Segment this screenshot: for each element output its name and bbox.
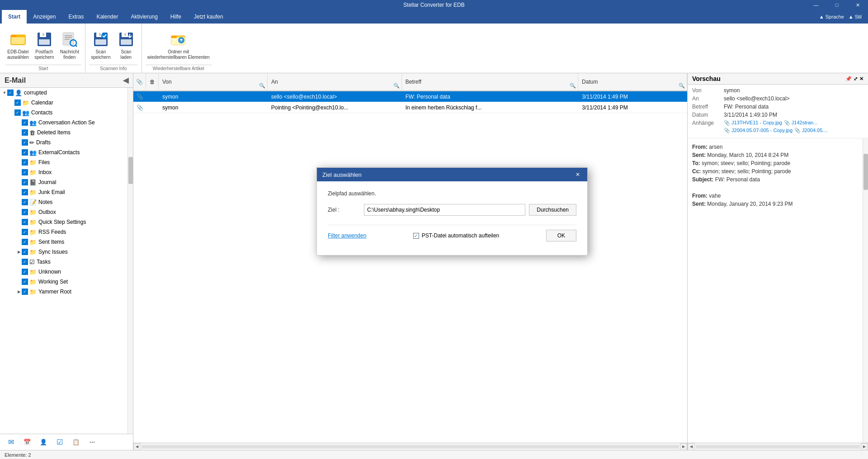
menu-tab-anzeigen[interactable]: Anzeigen — [27, 10, 62, 24]
tree-scrollbar[interactable] — [127, 88, 133, 434]
maximize-btn[interactable]: □ — [826, 0, 847, 10]
attach-3[interactable]: 📎 J2004.05.07-005 - Copy.jpg — [724, 128, 793, 133]
tree-item-files[interactable]: 📁 Files — [0, 157, 127, 167]
an-search-icon[interactable]: 🔍 — [393, 83, 400, 89]
menu-tab-kalender[interactable]: Kalender — [90, 10, 124, 24]
close-btn[interactable]: ✕ — [847, 0, 868, 10]
tasks-nav-icon[interactable]: ☑ — [52, 435, 67, 450]
calendar-nav-icon[interactable]: 📅 — [20, 435, 34, 450]
checkbox-outbox[interactable] — [22, 209, 28, 215]
dialog-target-input[interactable] — [364, 204, 525, 216]
checkbox-files[interactable] — [22, 159, 28, 166]
checkbox-inbox[interactable] — [22, 169, 28, 175]
menu-tab-start[interactable]: Start — [2, 10, 27, 24]
dialog-pst-checkbox[interactable]: ✓ — [413, 233, 419, 239]
ribbon-recover-folder[interactable]: Ordner mitwiederherstellbaren Elementen — [146, 28, 212, 62]
tree-item-outbox[interactable]: 📁 Outbox — [0, 207, 127, 217]
preview-scrollbar[interactable] — [863, 138, 868, 443]
checkbox-conversation[interactable] — [22, 119, 28, 126]
checkbox-deleted[interactable] — [22, 129, 28, 136]
preview-expand-icon[interactable]: ⤢ — [854, 76, 858, 82]
checkbox-rss[interactable] — [22, 229, 28, 235]
tree-item-yammer[interactable]: ▶ 📁 Yammer Root — [0, 287, 127, 297]
sidebar-collapse-btn[interactable]: ◀ — [123, 76, 128, 85]
filter-link[interactable]: Filter anwenden — [328, 232, 366, 239]
menu-tab-hilfe[interactable]: Hilfe — [164, 10, 188, 24]
checkbox-notes[interactable] — [22, 199, 28, 205]
preview-close-icon[interactable]: ✕ — [859, 76, 863, 82]
ribbon-postfach[interactable]: Postfachspeichern — [33, 28, 56, 62]
contacts-nav-icon[interactable]: 👤 — [36, 435, 51, 450]
col-datum-header[interactable]: Datum 🔍 — [578, 73, 687, 90]
attach-2[interactable]: 📎 J142stran... — [784, 120, 818, 126]
tree-item-sent[interactable]: 📁 Sent Items — [0, 237, 127, 247]
tree-item-junk[interactable]: 📁 Junk Email — [0, 187, 127, 197]
attach-4[interactable]: 📎 J2004.05.... — [794, 128, 828, 133]
checkbox-sync[interactable] — [22, 249, 28, 255]
checkbox-unknown[interactable] — [22, 269, 28, 275]
dialog-close-btn[interactable]: ✕ — [574, 170, 582, 179]
col-an-header[interactable]: An 🔍 — [268, 73, 402, 90]
tree-item-drafts[interactable]: ✏ Drafts — [0, 137, 127, 147]
preview-h-track[interactable] — [696, 445, 860, 449]
checkbox-drafts[interactable] — [22, 139, 28, 146]
expand-corrupted[interactable]: ▼ — [2, 90, 7, 95]
checkbox-external[interactable] — [22, 149, 28, 156]
ribbon-edb-datei[interactable]: EDB-Dateiauswählen — [5, 28, 31, 62]
preview-scroll-thumb[interactable] — [863, 154, 868, 190]
tree-item-corrupted[interactable]: ▼ 👤 corrupted — [0, 88, 127, 98]
style-selector[interactable]: ▲ Stil — [849, 14, 862, 19]
checkbox-tasks[interactable] — [22, 259, 28, 265]
checkbox-yammer[interactable] — [22, 289, 28, 295]
dialog-ok-btn[interactable]: OK — [546, 230, 576, 241]
email-row-2[interactable]: 📎 symon Pointing <Pointing@exch10.lo... … — [133, 102, 687, 113]
von-search-icon[interactable]: 🔍 — [259, 83, 265, 89]
tree-item-external[interactable]: 👥 ExternalContacts — [0, 147, 127, 157]
expand-yammer[interactable]: ▶ — [16, 289, 22, 294]
dialog-browse-btn[interactable]: Durchsuchen — [529, 204, 576, 216]
checkbox-quickstep[interactable] — [22, 219, 28, 225]
checkbox-sent[interactable] — [22, 239, 28, 245]
betreff-search-icon[interactable]: 🔍 — [570, 83, 576, 89]
tree-scroll-thumb[interactable] — [128, 157, 133, 184]
h-scroll-track[interactable] — [142, 445, 679, 449]
tree-item-tasks[interactable]: ☑ Tasks — [0, 257, 127, 267]
checkbox-journal[interactable] — [22, 179, 28, 185]
menu-tab-kaufen[interactable]: Jetzt kaufen — [188, 10, 230, 24]
ribbon-nachricht[interactable]: Nachrichtfinden — [58, 28, 81, 62]
ribbon-scan-save[interactable]: Scanspeichern — [89, 28, 113, 62]
tree-item-sync[interactable]: ▶ 📁 Sync Issues — [0, 247, 127, 257]
checkbox-junk[interactable] — [22, 189, 28, 195]
email-row-1[interactable]: 📎 symon sello <sello@exch10.local> FW: P… — [133, 91, 687, 102]
preview-h-right[interactable]: ▶ — [861, 443, 868, 450]
expand-sync[interactable]: ▶ — [16, 249, 22, 255]
tree-item-notes[interactable]: 📝 Notes — [0, 197, 127, 207]
tree-item-workingset[interactable]: 📁 Working Set — [0, 277, 127, 287]
col-von-header[interactable]: Von 🔍 — [159, 73, 268, 90]
checkbox-calendar[interactable] — [14, 99, 21, 106]
datum-search-icon[interactable]: 🔍 — [679, 83, 685, 89]
checkbox-corrupted[interactable] — [7, 90, 14, 96]
menu-tab-aktivierung[interactable]: Aktivierung — [124, 10, 164, 24]
tree-item-deleted[interactable]: 🗑 Deleted Items — [0, 128, 127, 137]
checkbox-workingset[interactable] — [22, 279, 28, 285]
tree-item-calendar[interactable]: 📁 Calendar — [0, 98, 127, 108]
tree-item-journal[interactable]: 📓 Journal — [0, 177, 127, 187]
minimize-btn[interactable]: — — [806, 0, 826, 10]
attach-1[interactable]: 📎 J13THVE11 - Copy.jpg — [724, 120, 782, 126]
tree-item-contacts[interactable]: 👥 Contacts — [0, 108, 127, 118]
mail-nav-icon[interactable]: ✉ — [4, 435, 18, 450]
tree-item-unknown[interactable]: 📁 Unknown — [0, 267, 127, 277]
preview-pin-icon[interactable]: 📌 — [845, 76, 852, 82]
tree-item-quickstep[interactable]: 📁 Quick Step Settings — [0, 217, 127, 227]
checkbox-contacts[interactable] — [14, 109, 21, 116]
notes-nav-icon[interactable]: 📋 — [69, 435, 83, 450]
h-scroll-right[interactable]: ▶ — [680, 443, 687, 450]
h-scroll-left[interactable]: ◀ — [133, 443, 141, 450]
tree-item-conversation[interactable]: 👥 Conversation Action Se — [0, 118, 127, 128]
preview-h-left[interactable]: ◀ — [688, 443, 695, 450]
ribbon-scan-load[interactable]: Scanladen — [114, 28, 138, 62]
more-nav-icon[interactable]: ··· — [85, 435, 99, 450]
language-selector[interactable]: ▲ Sprache — [819, 14, 844, 19]
tree-item-inbox[interactable]: 📁 Inbox — [0, 167, 127, 177]
